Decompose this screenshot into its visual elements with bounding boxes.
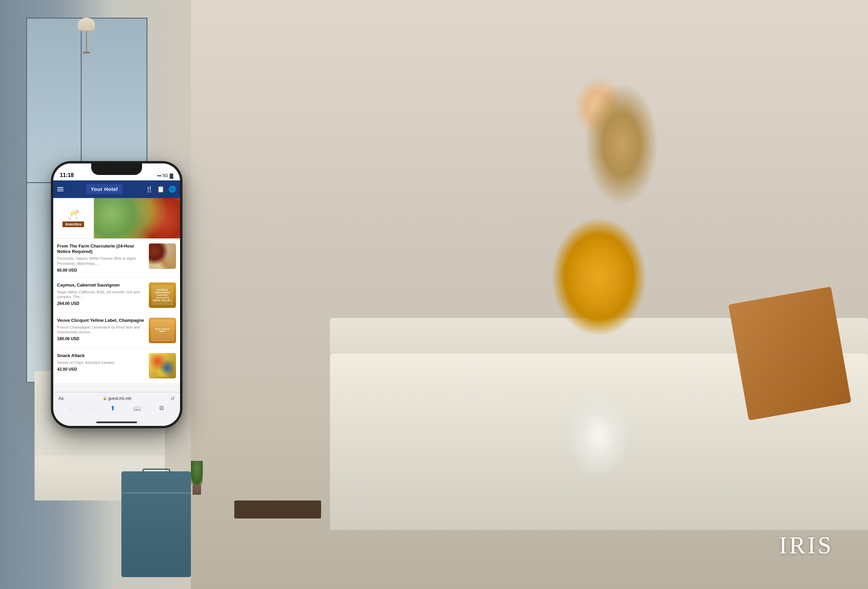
url-text: guest.iris.net bbox=[108, 396, 131, 401]
caymus-text-5: NAPA VALLEY bbox=[153, 299, 171, 302]
lamp-base bbox=[83, 52, 90, 53]
food-image-content bbox=[94, 198, 180, 238]
snack-chips-visual bbox=[151, 355, 174, 377]
item-name: Snack Attack bbox=[57, 353, 145, 359]
status-icons: ▪▪▪ 5G ▓ bbox=[157, 173, 173, 179]
plant-leaves bbox=[191, 461, 203, 484]
browser-bar: Aa 🔒 guest.iris.net ↺ ‹ › ⬆ 📖 ⧉ bbox=[53, 392, 180, 426]
app-content: 🥂 Amenities From The Farm Charcuterie (2… bbox=[53, 198, 180, 392]
caymus-visual: CAYMUS VINEYARDS Cabernet Sauvignon NAPA… bbox=[149, 282, 176, 308]
menu-item-text: Snack Attack Variety of Chips, Assorted … bbox=[57, 353, 145, 372]
iris-logo: IRIS bbox=[779, 531, 833, 559]
item-description: Variety of Chips, Assorted Candies bbox=[57, 360, 145, 365]
home-indicator bbox=[96, 422, 137, 423]
tabs-button[interactable]: ⧉ bbox=[159, 404, 164, 412]
caymus-text-2: VINEYARDS bbox=[155, 291, 170, 294]
item-image-veuve: Veuve Clicquot BRUT bbox=[149, 318, 176, 343]
menu-item[interactable]: Caymus, Cabernet Sauvignon Napa Valley, … bbox=[53, 278, 180, 313]
iphone-mockup: 11:18 ▪▪▪ 5G ▓ Your Hotel 🍴 📋 🌐 bbox=[52, 162, 181, 427]
menu-item[interactable]: Snack Attack Variety of Chips, Assorted … bbox=[53, 348, 180, 384]
coffee-table bbox=[234, 500, 321, 518]
item-description: Prosciutto, Salami, White Cheese (Brie o… bbox=[57, 256, 145, 266]
browser-url-bar: Aa 🔒 guest.iris.net ↺ bbox=[53, 392, 180, 403]
menu-button[interactable] bbox=[57, 187, 63, 191]
veuve-text-2: BRUT bbox=[159, 330, 165, 333]
menu-item-text: From The Farm Charcuterie (24-Hour Notic… bbox=[57, 244, 145, 273]
amenities-badge: Amenities bbox=[62, 221, 84, 227]
caymus-label: CAYMUS VINEYARDS Cabernet Sauvignon NAPA… bbox=[152, 285, 173, 305]
veuve-visual: Veuve Clicquot BRUT bbox=[149, 318, 176, 343]
bookmarks-button[interactable]: 📖 bbox=[134, 404, 141, 412]
luggage-handle bbox=[142, 469, 170, 473]
item-price: 180.00 USD bbox=[57, 337, 145, 341]
veuve-text-1: Veuve Clicquot bbox=[155, 328, 170, 331]
snack-visual bbox=[149, 353, 176, 378]
caymus-text-4: Sauvignon bbox=[155, 297, 169, 299]
caymus-text-1: CAYMUS bbox=[156, 289, 168, 291]
person-figure bbox=[373, 12, 825, 542]
dining-icon[interactable]: 🍴 bbox=[145, 186, 153, 193]
refresh-icon[interactable]: ↺ bbox=[171, 396, 175, 401]
menu-item[interactable]: Veuve Clicquot Yellow Label, Champagne F… bbox=[53, 313, 180, 348]
item-price: 65.00 USD bbox=[57, 268, 145, 273]
item-image-charcuterie bbox=[149, 244, 176, 269]
header-action-icons: 🍴 📋 🌐 bbox=[145, 186, 176, 193]
lamp-shade bbox=[78, 18, 95, 31]
luggage bbox=[121, 471, 191, 577]
browser-navigation: ‹ › ⬆ 📖 ⧉ bbox=[53, 403, 180, 415]
signal-icon: ▪▪▪ 5G bbox=[157, 173, 168, 178]
lock-icon: 🔒 bbox=[103, 396, 107, 400]
iris-logo-text: IRIS bbox=[779, 531, 833, 559]
font-size-control[interactable]: Aa bbox=[59, 396, 64, 401]
menu-line-1 bbox=[57, 187, 63, 188]
item-name: From The Farm Charcuterie (24-Hour Notic… bbox=[57, 244, 145, 255]
hotel-name-badge[interactable]: Your Hotel bbox=[86, 184, 123, 194]
item-price: 264.00 USD bbox=[57, 301, 145, 306]
item-description: Napa Valley, California; Bold, yet smoot… bbox=[57, 289, 145, 300]
lamp bbox=[78, 18, 95, 53]
language-icon[interactable]: 🌐 bbox=[168, 186, 176, 193]
item-name: Caymus, Cabernet Sauvignon bbox=[57, 282, 145, 288]
battery-icon: ▓ bbox=[170, 173, 173, 179]
menu-item-text: Caymus, Cabernet Sauvignon Napa Valley, … bbox=[57, 282, 145, 306]
forward-button[interactable]: › bbox=[90, 404, 92, 412]
lamp-pole bbox=[86, 31, 87, 52]
notch bbox=[91, 164, 142, 175]
hero-food-image bbox=[94, 198, 180, 238]
menu-item-text: Veuve Clicquot Yellow Label, Champagne F… bbox=[57, 318, 145, 341]
item-image-caymus: CAYMUS VINEYARDS Cabernet Sauvignon NAPA… bbox=[149, 282, 176, 308]
url-display[interactable]: 🔒 guest.iris.net bbox=[63, 396, 170, 401]
charcuterie-visual bbox=[149, 244, 176, 269]
amenities-tab[interactable]: 🥂 Amenities bbox=[53, 198, 94, 238]
menu-items-list: From The Farm Charcuterie (24-Hour Notic… bbox=[53, 239, 180, 384]
caymus-text-3: Cabernet bbox=[156, 294, 168, 296]
iphone-screen: 11:18 ▪▪▪ 5G ▓ Your Hotel 🍴 📋 🌐 bbox=[53, 164, 180, 426]
status-time: 11:18 bbox=[60, 172, 74, 179]
menu-list-icon[interactable]: 📋 bbox=[157, 186, 164, 193]
hero-section: 🥂 Amenities bbox=[53, 198, 180, 239]
menu-line-3 bbox=[57, 190, 63, 191]
luggage-stripe bbox=[121, 492, 191, 493]
menu-line-2 bbox=[57, 189, 63, 190]
item-name: Veuve Clicquot Yellow Label, Champagne bbox=[57, 318, 145, 323]
share-button[interactable]: ⬆ bbox=[110, 404, 115, 412]
plant-pot bbox=[193, 484, 201, 495]
item-image-snack bbox=[149, 353, 176, 378]
champagne-icon: 🥂 bbox=[68, 209, 79, 220]
veuve-label: Veuve Clicquot BRUT bbox=[151, 319, 174, 341]
menu-item[interactable]: From The Farm Charcuterie (24-Hour Notic… bbox=[53, 239, 180, 278]
app-header: Your Hotel 🍴 📋 🌐 bbox=[53, 180, 180, 198]
back-button[interactable]: ‹ bbox=[69, 404, 71, 412]
plant bbox=[191, 461, 203, 495]
item-price: 42.00 USD bbox=[57, 367, 145, 372]
item-description: French Champagne; Dominated by Pinot Noi… bbox=[57, 325, 145, 335]
